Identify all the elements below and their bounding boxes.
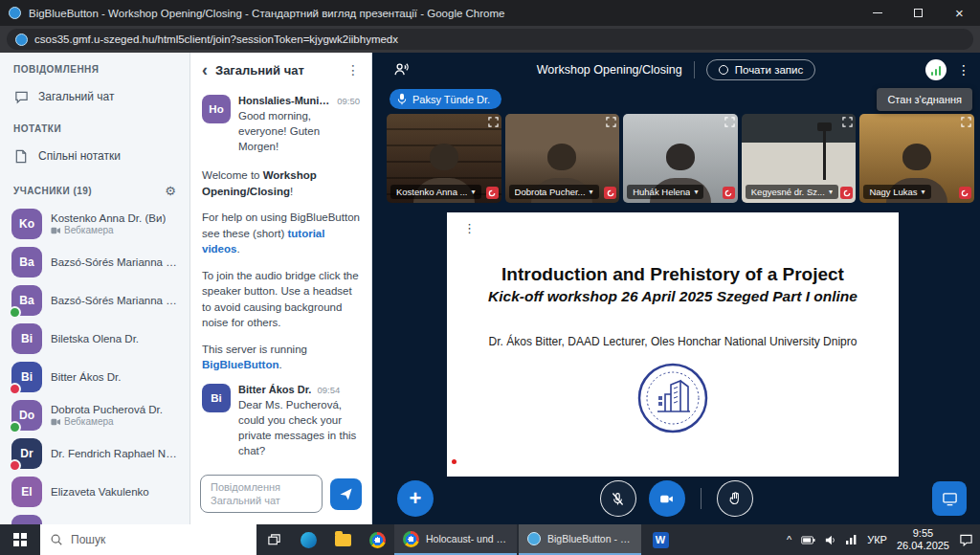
battery-icon[interactable]	[801, 536, 815, 544]
close-button[interactable]: ×	[939, 0, 980, 26]
action-center-icon[interactable]	[959, 533, 973, 546]
webcam-tile[interactable]: Nagy Lukas▾	[859, 114, 974, 203]
bbb-logo-badge	[723, 187, 735, 199]
webcam-tile[interactable]: Kegyesné dr. Sz...▾	[742, 114, 857, 203]
actions-plus-button[interactable]: +	[397, 480, 434, 517]
chevron-down-icon: ▾	[829, 188, 833, 196]
fullscreen-icon[interactable]	[488, 117, 499, 127]
start-button[interactable]	[0, 524, 40, 555]
status-badge	[9, 459, 21, 472]
chrome-taskbar-button[interactable]	[360, 524, 394, 555]
participant-row[interactable]: Do Dobrota Pucherová Dr. Вебкамера	[0, 396, 189, 434]
participant-row[interactable]: Ko Kostenko Anna Dr. (Ви) Вебкамера	[0, 205, 189, 243]
speaker-icon[interactable]	[825, 535, 836, 545]
manage-users-gear-icon[interactable]: ⚙	[165, 184, 176, 198]
webcam-name-pill[interactable]: Huhák Helena▾	[627, 185, 703, 199]
raise-hand-button[interactable]	[717, 480, 753, 517]
connection-status-button[interactable]	[925, 59, 947, 80]
send-message-button[interactable]	[330, 478, 362, 510]
fullscreen-icon[interactable]	[724, 117, 735, 127]
chevron-down-icon: ▾	[922, 188, 925, 196]
user-talking-icon[interactable]	[393, 61, 410, 81]
stage-topbar: Workshop Opening/Closing Почати запис ⋮	[372, 53, 980, 87]
status-badge	[9, 421, 21, 433]
webcam-tile[interactable]: Dobrota Pucher...▾	[505, 114, 620, 203]
welcome-line: To join the audio bridge click the speak…	[202, 268, 360, 331]
webcam-name-pill[interactable]: Nagy Lukas▾	[863, 185, 930, 199]
language-indicator[interactable]: УКР	[867, 534, 887, 545]
chat-bubble-icon	[13, 89, 29, 104]
taskbar-search-box[interactable]: Пошук	[40, 524, 256, 555]
back-chevron-icon[interactable]: ‹	[202, 64, 208, 76]
active-speaker-pill[interactable]: Paksy Tünde Dr.	[390, 89, 501, 109]
stage: Workshop Opening/Closing Почати запис ⋮ …	[372, 53, 980, 524]
fullscreen-icon[interactable]	[606, 117, 616, 127]
participant-row[interactable]: Ba Bazsó-Sórés Marianna Dr.	[0, 243, 189, 281]
chat-message: Ho Honslalies-Munis ... 09:50 Good morni…	[202, 95, 360, 154]
participant-row[interactable]: Bi Biletska Olena Dr.	[0, 320, 189, 358]
webcam-name-pill[interactable]: Kegyesné dr. Sz...▾	[746, 185, 838, 199]
webcam-share-button[interactable]	[649, 480, 685, 517]
send-icon	[339, 487, 353, 501]
mute-microphone-button[interactable]	[600, 480, 636, 517]
webcam-name-pill[interactable]: Kostenko Anna ...▾	[390, 185, 481, 199]
participants-count-label: УЧАСНИКИ (19)	[13, 186, 92, 196]
fullscreen-icon[interactable]	[961, 117, 971, 127]
options-kebab-icon[interactable]: ⋮	[957, 62, 970, 78]
webcam-name-pill[interactable]: Dobrota Pucher...▾	[509, 185, 599, 199]
address-bar[interactable]: csos35.gmf.u-szeged.hu/html5client/join?…	[7, 29, 973, 50]
screen-icon	[942, 491, 958, 507]
connection-status-tooltip: Стан з'єднання	[877, 88, 972, 111]
notes-section-label: НОТАТКИ	[0, 112, 189, 141]
site-favicon-icon	[15, 33, 28, 46]
participant-row[interactable]	[0, 511, 189, 524]
search-icon	[50, 533, 63, 546]
window-button-holocaust[interactable]: Holocaust- und Krie...	[394, 524, 517, 555]
clock-date: 26.04.2025	[897, 540, 949, 552]
participant-row[interactable]: Ba Bazsó-Sórés Marianna Dr.	[0, 281, 189, 320]
window-button-bigbluebutton[interactable]: BigBlueButton - Wo...	[519, 524, 641, 555]
task-view-button[interactable]	[256, 524, 291, 555]
browser-urlbar: csos35.gmf.u-szeged.hu/html5client/join?…	[0, 26, 980, 53]
tray-expand-icon[interactable]: ^	[787, 534, 791, 545]
sidebar-item-shared-notes[interactable]: Спільні нотатки	[0, 141, 189, 171]
avatar: Ho	[202, 95, 231, 123]
edge-taskbar-button[interactable]	[291, 524, 325, 555]
participant-row[interactable]: Bi Bitter Ákos Dr.	[0, 358, 189, 396]
avatar: Ba	[11, 247, 42, 278]
message-time: 09:50	[337, 96, 360, 106]
taskbar-clock[interactable]: 9:55 26.04.2025	[897, 527, 949, 552]
start-recording-button[interactable]: Почати запис	[706, 59, 816, 80]
minimize-button[interactable]	[857, 0, 898, 26]
screen: BigBlueButton - Workshop Opening/Closing…	[0, 0, 980, 555]
avatar: Bi	[11, 323, 42, 354]
status-badge	[9, 383, 21, 395]
nav-sidebar: ПОВІДОМЛЕННЯ Загальний чат НОТАТКИ Спіль…	[0, 53, 190, 524]
task-view-icon	[267, 533, 281, 547]
participant-row[interactable]: El Elizaveta Vakulenko	[0, 473, 189, 511]
chat-input[interactable]: Повідомлення Загальний чат	[200, 475, 323, 513]
browser-titlebar: BigBlueButton - Workshop Opening/Closing…	[0, 0, 980, 26]
webcam-tile[interactable]: Kostenko Anna ...▾	[387, 114, 501, 203]
document-icon	[13, 148, 29, 164]
file-explorer-button[interactable]	[325, 524, 360, 555]
participant-row[interactable]: Dr Dr. Fendrich Raphael Nicolas	[0, 434, 189, 473]
word-taskbar-button[interactable]: W	[643, 524, 678, 555]
bigbluebutton-link[interactable]: BigBlueButton	[202, 359, 278, 370]
slide-options-kebab-icon[interactable]: ⋮	[463, 221, 476, 235]
webcam-tile[interactable]: Huhák Helena▾	[623, 114, 738, 203]
maximize-button[interactable]	[898, 0, 939, 26]
avatar	[11, 515, 42, 524]
hand-icon	[727, 491, 743, 506]
fullscreen-icon[interactable]	[842, 117, 853, 127]
chevron-down-icon: ▾	[590, 188, 593, 196]
restore-presentation-button[interactable]	[932, 481, 967, 516]
message-time: 09:54	[317, 385, 340, 395]
avatar: Ko	[11, 209, 42, 239]
network-icon[interactable]	[846, 535, 858, 544]
sidebar-item-public-chat[interactable]: Загальний чат	[0, 81, 189, 112]
laser-pointer-dot	[452, 459, 457, 464]
chat-options-kebab-icon[interactable]: ⋮	[346, 62, 360, 78]
system-tray: ^ УКР 9:55 26.04.2025	[787, 524, 980, 555]
webcam-icon	[51, 418, 60, 426]
